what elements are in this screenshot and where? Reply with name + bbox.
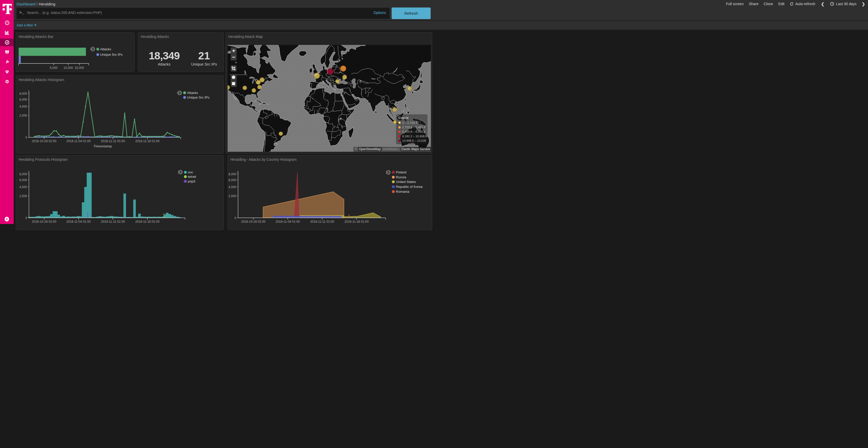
svg-text:2018-10-28 02:00: 2018-10-28 02:00 xyxy=(32,220,56,223)
svg-text:6,000: 6,000 xyxy=(228,178,236,182)
svg-text:2,000: 2,000 xyxy=(228,194,236,198)
svg-text:0: 0 xyxy=(25,216,27,220)
svg-text:8,000: 8,000 xyxy=(228,172,236,176)
svg-text:0: 0 xyxy=(234,216,236,220)
svg-text:2018-11-11 01:00: 2018-11-11 01:00 xyxy=(101,139,125,143)
svg-text:6,000: 6,000 xyxy=(20,98,27,101)
svg-text:2018-11-18 01:00: 2018-11-18 01:00 xyxy=(344,220,369,223)
svg-text:4,000: 4,000 xyxy=(228,185,236,189)
svg-text:2018-11-04 01:00: 2018-11-04 01:00 xyxy=(66,139,91,143)
svg-text:2018-10-28 02:00: 2018-10-28 02:00 xyxy=(241,220,266,223)
svg-text:4,000: 4,000 xyxy=(20,105,27,108)
svg-text:4,000: 4,000 xyxy=(20,185,27,189)
svg-text:5,000: 5,000 xyxy=(50,66,58,70)
svg-text:2018-11-11 01:00: 2018-11-11 01:00 xyxy=(101,220,125,223)
svg-text:2018-11-11 01:00: 2018-11-11 01:00 xyxy=(310,220,334,223)
svg-text:8,000: 8,000 xyxy=(20,172,27,176)
svg-text:8,000: 8,000 xyxy=(20,92,27,96)
svg-text:Timestamp: Timestamp xyxy=(94,144,112,148)
svg-text:2,000: 2,000 xyxy=(20,114,27,117)
svg-text:2018-11-04 01:00: 2018-11-04 01:00 xyxy=(66,220,91,223)
svg-text:2018-11-18 01:00: 2018-11-18 01:00 xyxy=(135,139,159,143)
svg-text:2018-10-28 02:00: 2018-10-28 02:00 xyxy=(32,139,56,143)
svg-text:2018-11-04 01:00: 2018-11-04 01:00 xyxy=(275,220,300,223)
svg-text:0: 0 xyxy=(25,136,27,139)
svg-text:6,000: 6,000 xyxy=(20,178,27,182)
svg-text:15,000: 15,000 xyxy=(75,66,84,70)
svg-text:2018-11-18 01:00: 2018-11-18 01:00 xyxy=(135,220,159,223)
svg-text:10,000: 10,000 xyxy=(64,66,73,70)
svg-text:2,000: 2,000 xyxy=(20,194,27,198)
